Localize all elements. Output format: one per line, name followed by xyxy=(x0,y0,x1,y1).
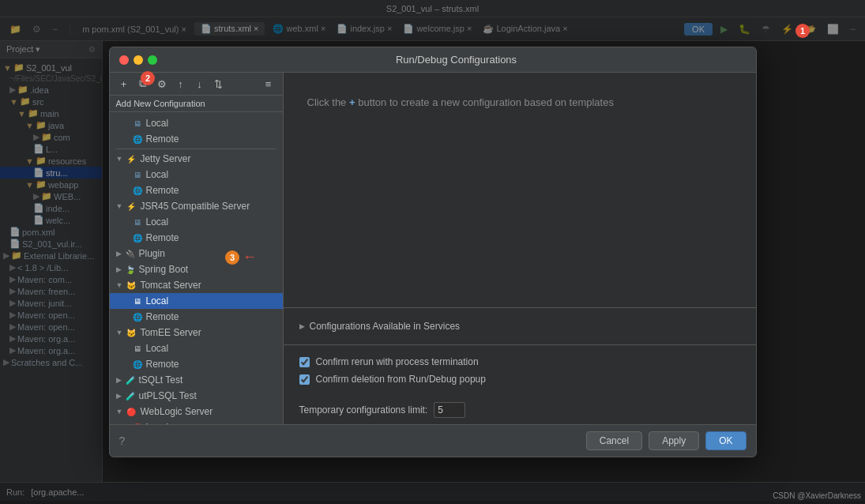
tomcat-remote-label: Remote xyxy=(146,311,179,322)
springboot-icon: 🍃 xyxy=(125,264,136,275)
services-arrow: ▶ xyxy=(299,322,305,330)
tomee-group[interactable]: 🐱 TomEE Server xyxy=(110,325,283,340)
tomcat-arrow xyxy=(116,281,123,289)
tsqlt-arrow xyxy=(116,376,122,384)
weblogic-icon: 🔴 xyxy=(126,406,137,417)
help-icon[interactable]: ? xyxy=(119,434,126,447)
badge-2: 2 xyxy=(141,71,155,85)
tomee-remote-icon: 🌐 xyxy=(132,359,143,370)
remote-icon: 🌐 xyxy=(132,134,143,145)
watermark: CSDN @XavierDarkness xyxy=(773,491,861,500)
temp-config-label: Temporary configurations limit: xyxy=(299,404,428,416)
tomcat-local-icon: 🖥 xyxy=(132,295,143,307)
left-panel-toolbar: + ⧉ ⚙ ↑ ↓ ⇅ ≡ xyxy=(110,73,283,96)
config-local-top[interactable]: 🖥 Local xyxy=(110,115,283,131)
maximize-button[interactable] xyxy=(148,55,157,65)
left-panel: + ⧉ ⚙ ↑ ↓ ⇅ ≡ Add New Configuration 🖥 Lo… xyxy=(110,73,284,424)
jetty-arrow xyxy=(116,155,123,163)
jetty-label: Jetty Server xyxy=(140,153,190,164)
temp-config-input[interactable] xyxy=(434,402,465,418)
jsr45-local-icon: 🖥 xyxy=(132,216,143,228)
plugin-label: Plugin xyxy=(139,248,165,259)
checkbox-rerun-label: Confirm rerun with process termination xyxy=(316,356,479,367)
modal-overlay: Run/Debug Configurations + ⧉ ⚙ ↑ ↓ ⇅ ≡ A… xyxy=(0,0,865,504)
sort-button[interactable]: ⇅ xyxy=(211,76,227,92)
dialog-title: Run/Debug Configurations xyxy=(167,54,747,66)
plugin-arrow xyxy=(116,250,122,258)
jsr45-remote[interactable]: 🌐 Remote xyxy=(110,230,283,246)
close-button[interactable] xyxy=(119,55,129,65)
traffic-lights xyxy=(119,55,157,65)
dialog-footer: ? Cancel Apply OK xyxy=(110,424,756,457)
tomcat-local-label: Local xyxy=(146,295,169,307)
add-config-plus-button[interactable]: + xyxy=(116,76,132,92)
jetty-remote[interactable]: 🌐 Remote xyxy=(110,182,283,198)
config-settings-button[interactable]: ⚙ xyxy=(154,76,170,92)
minimize-button[interactable] xyxy=(134,55,143,65)
config-remote-top-label: Remote xyxy=(146,134,179,145)
tomee-icon: 🐱 xyxy=(126,327,137,338)
jetty-server-group[interactable]: ⚡ Jetty Server xyxy=(110,151,283,167)
cancel-button[interactable]: Cancel xyxy=(586,431,642,450)
jsr45-local-label: Local xyxy=(146,216,169,228)
config-remote-top[interactable]: 🌐 Remote xyxy=(110,131,283,147)
tomcat-label: Tomcat Server xyxy=(140,280,201,291)
tsqlt-group[interactable]: 🧪 tSQLt Test xyxy=(110,372,283,388)
jetty-remote-icon: 🌐 xyxy=(132,185,143,196)
hint-plus: + xyxy=(349,96,355,108)
jsr45-local[interactable]: 🖥 Local xyxy=(110,214,283,230)
checkboxes-section: Confirm rerun with process termination C… xyxy=(284,344,756,396)
weblogic-group[interactable]: 🔴 WebLogic Server xyxy=(110,404,283,419)
run-debug-dialog: Run/Debug Configurations + ⧉ ⚙ ↑ ↓ ⇅ ≡ A… xyxy=(109,47,757,457)
checkbox-rerun-row: Confirm rerun with process termination xyxy=(299,353,740,370)
jsr45-group[interactable]: ⚡ JSR45 Compatible Server xyxy=(110,198,283,214)
badge-3-area: 3 ← xyxy=(225,249,257,265)
tomee-local-label: Local xyxy=(146,343,169,354)
filter-button[interactable]: ≡ xyxy=(261,76,276,92)
move-up-button[interactable]: ↑ xyxy=(173,76,189,92)
utplsql-label: utPLSQL Test xyxy=(139,390,197,401)
services-section: ▶ Configurations Available in Services xyxy=(284,307,756,344)
jetty-local[interactable]: 🖥 Local xyxy=(110,167,283,182)
tomcat-group[interactable]: 🐱 Tomcat Server xyxy=(110,277,283,293)
add-new-config-label: Add New Configuration xyxy=(110,96,283,112)
plugin-icon: 🔌 xyxy=(125,248,136,259)
jetty-remote-label: Remote xyxy=(146,185,179,196)
apply-button[interactable]: Apply xyxy=(649,431,699,450)
jsr45-arrow xyxy=(116,202,123,210)
right-panel-content: Click the + button to create a new confi… xyxy=(284,73,756,307)
checkbox-rerun[interactable] xyxy=(299,357,310,367)
dialog-body: + ⧉ ⚙ ↑ ↓ ⇅ ≡ Add New Configuration 🖥 Lo… xyxy=(110,73,756,424)
separator-1 xyxy=(116,149,276,149)
tomcat-remote-icon: 🌐 xyxy=(132,311,143,322)
ok-button[interactable]: OK xyxy=(705,431,746,450)
jsr45-remote-icon: 🌐 xyxy=(132,232,143,243)
config-local-top-label: Local xyxy=(146,118,169,129)
checkbox-deletion-label: Confirm deletion from Run/Debug popup xyxy=(316,374,486,385)
jsr45-remote-label: Remote xyxy=(146,232,179,243)
badge-1: 1 xyxy=(795,24,810,38)
services-header[interactable]: ▶ Configurations Available in Services xyxy=(299,318,740,335)
jsr45-icon: ⚡ xyxy=(126,201,137,212)
checkbox-deletion-row: Confirm deletion from Run/Debug popup xyxy=(299,370,740,388)
jsr45-label: JSR45 Compatible Server xyxy=(140,201,250,212)
weblogic-label: WebLogic Server xyxy=(140,406,212,417)
utplsql-icon: 🧪 xyxy=(125,390,136,401)
tomcat-icon: 🐱 xyxy=(126,280,137,291)
checkbox-deletion[interactable] xyxy=(299,374,310,385)
move-down-button[interactable]: ↓ xyxy=(192,76,208,92)
tomcat-local[interactable]: 🖥 Local xyxy=(110,293,283,309)
tomee-label: TomEE Server xyxy=(140,327,201,338)
arrow-3: ← xyxy=(243,249,257,265)
tsqlt-icon: 🧪 xyxy=(125,374,136,386)
springboot-label: Spring Boot xyxy=(139,264,189,275)
jetty-local-label: Local xyxy=(146,169,169,180)
tomcat-remote[interactable]: 🌐 Remote xyxy=(110,309,283,325)
config-list: 🖥 Local 🌐 Remote ⚡ Jetty Server xyxy=(110,112,283,424)
tomee-remote[interactable]: 🌐 Remote xyxy=(110,356,283,372)
utplsql-group[interactable]: 🧪 utPLSQL Test xyxy=(110,388,283,404)
tomee-arrow xyxy=(116,329,123,337)
jetty-local-icon: 🖥 xyxy=(132,169,143,180)
tomee-local[interactable]: 🖥 Local xyxy=(110,340,283,356)
temp-config-row: Temporary configurations limit: xyxy=(284,396,756,424)
